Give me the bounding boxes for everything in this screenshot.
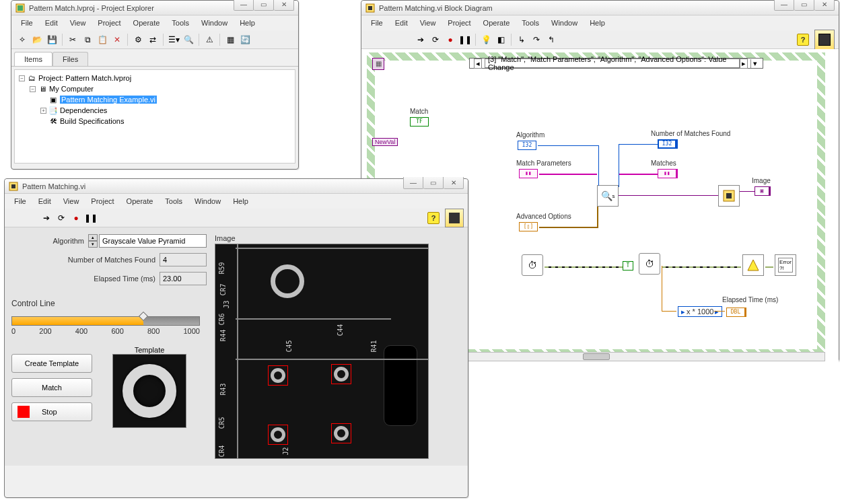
case-prev-icon[interactable]: ◂ bbox=[474, 59, 482, 69]
display-subvi[interactable] bbox=[718, 185, 740, 207]
abort-button[interactable]: ● bbox=[444, 33, 457, 46]
menu-help[interactable]: Help bbox=[584, 17, 610, 29]
step-over-button[interactable]: ↷ bbox=[530, 33, 543, 46]
merge-errors-node[interactable] bbox=[742, 254, 764, 276]
menu-window[interactable]: Window bbox=[546, 17, 583, 29]
tree-my-computer[interactable]: My Computer bbox=[49, 85, 94, 93]
menu-edit[interactable]: Edit bbox=[390, 17, 413, 29]
tree-dependencies[interactable]: Dependencies bbox=[60, 106, 107, 114]
new-icon[interactable]: ✧ bbox=[15, 33, 29, 46]
case-next-icon[interactable]: ▸ bbox=[740, 59, 748, 69]
match-control-label: Match bbox=[410, 108, 428, 115]
maximize-button[interactable]: ▭ bbox=[254, 0, 274, 11]
menu-edit[interactable]: Edit bbox=[40, 17, 63, 29]
match-button[interactable]: Match bbox=[11, 378, 92, 397]
run-button[interactable]: ➔ bbox=[414, 33, 427, 46]
retain-wire-button[interactable]: ◧ bbox=[494, 33, 507, 46]
menu-tools[interactable]: Tools bbox=[516, 17, 545, 29]
run-button[interactable]: ➔ bbox=[40, 211, 53, 225]
error-handler-node[interactable]: Error?! bbox=[775, 254, 796, 276]
menu-help[interactable]: Help bbox=[234, 17, 260, 29]
vi-icon-pane[interactable] bbox=[445, 209, 464, 227]
menu-window[interactable]: Window bbox=[189, 195, 226, 207]
menu-operate[interactable]: Operate bbox=[121, 195, 159, 207]
save-icon[interactable]: 💾 bbox=[45, 33, 59, 46]
timer-start-node[interactable]: ⏱ bbox=[522, 254, 543, 276]
timer-elapsed-node[interactable]: ⏱ bbox=[639, 253, 660, 275]
algo-dec-button[interactable]: ▾ bbox=[88, 241, 98, 248]
stop-button[interactable]: Stop bbox=[11, 402, 92, 421]
menu-project[interactable]: Project bbox=[85, 195, 119, 207]
run-continuous-button[interactable]: ⟳ bbox=[429, 33, 442, 46]
minimize-button[interactable]: — bbox=[774, 0, 794, 11]
menu-bar: File Edit View Project Operate Tools Win… bbox=[5, 194, 468, 209]
expander-icon[interactable]: + bbox=[40, 108, 46, 114]
context-help-button[interactable]: ? bbox=[797, 34, 809, 46]
props-icon[interactable]: ☰▾ bbox=[167, 33, 180, 46]
event-newval-term: NewVal bbox=[372, 138, 398, 146]
tree-item-selected[interactable]: Pattern Matching Example.vi bbox=[60, 96, 157, 104]
build-icon[interactable]: ⚙ bbox=[131, 33, 145, 46]
case-dropdown-icon[interactable]: ▾ bbox=[750, 59, 759, 68]
maximize-button[interactable]: ▭ bbox=[423, 177, 444, 189]
matches-indicator: 4 bbox=[160, 253, 207, 266]
menu-file[interactable]: File bbox=[9, 195, 32, 207]
cut-icon[interactable]: ✂ bbox=[66, 33, 79, 46]
menu-tools[interactable]: Tools bbox=[160, 195, 188, 207]
find-icon[interactable]: 🔍 bbox=[182, 33, 195, 46]
pause-button[interactable]: ❚❚ bbox=[84, 211, 98, 225]
menu-tools[interactable]: Tools bbox=[166, 17, 195, 29]
minimize-button[interactable]: — bbox=[234, 0, 254, 11]
tab-files[interactable]: Files bbox=[52, 52, 88, 66]
expander-icon[interactable]: − bbox=[30, 86, 36, 92]
image-display[interactable]: R59 CR7 J3 CR6 R44 R43 CR5 CR4 C45 C44 R… bbox=[215, 244, 429, 459]
step-out-button[interactable]: ↰ bbox=[545, 33, 558, 46]
maximize-button[interactable]: ▭ bbox=[794, 0, 814, 11]
context-help-button[interactable]: ? bbox=[427, 212, 440, 224]
expr-node[interactable]: ▸x * 1000▸ bbox=[678, 306, 722, 317]
close-button[interactable]: ✕ bbox=[814, 0, 835, 11]
filter-icon[interactable]: ▦ bbox=[223, 33, 237, 46]
menu-operate[interactable]: Operate bbox=[478, 17, 516, 29]
menu-operate[interactable]: Operate bbox=[128, 17, 166, 29]
menu-view[interactable]: View bbox=[58, 195, 85, 207]
tree-build-spec[interactable]: Build Specifications bbox=[60, 117, 124, 125]
highlight-exec-button[interactable]: 💡 bbox=[479, 33, 493, 46]
event-case-selector[interactable]: ◂ [3] "Match", "Match Parameters", "Algo… bbox=[469, 58, 763, 69]
menu-edit[interactable]: Edit bbox=[33, 195, 57, 207]
abort-button[interactable]: ● bbox=[69, 211, 83, 225]
tab-items[interactable]: Items bbox=[14, 52, 52, 66]
tree-project-root[interactable]: Project: Pattern Match.lvproj bbox=[38, 74, 131, 82]
delete-icon[interactable]: ✕ bbox=[110, 33, 124, 46]
close-button[interactable]: ✕ bbox=[444, 177, 464, 189]
project-tree[interactable]: −🗂Project: Pattern Match.lvproj −🖥My Com… bbox=[14, 69, 295, 164]
create-template-button[interactable]: Create Template bbox=[11, 354, 92, 373]
menu-help[interactable]: Help bbox=[227, 195, 254, 207]
refresh-icon[interactable]: 🔄 bbox=[238, 33, 252, 46]
adv-opts-term: [▯] bbox=[519, 222, 538, 231]
algorithm-select[interactable]: Grayscale Value Pyramid bbox=[99, 234, 207, 248]
resolve-icon[interactable]: ⇄ bbox=[146, 33, 160, 46]
control-line-slider[interactable] bbox=[11, 316, 200, 326]
pattern-match-subvi[interactable]: 🔍s bbox=[597, 185, 619, 207]
vi-icon-pane[interactable] bbox=[814, 30, 835, 50]
menu-file[interactable]: File bbox=[15, 17, 38, 29]
menu-view[interactable]: View bbox=[65, 17, 92, 29]
menu-file[interactable]: File bbox=[365, 17, 388, 29]
pause-button[interactable]: ❚❚ bbox=[458, 33, 472, 46]
close-button[interactable]: ✕ bbox=[274, 0, 294, 11]
copy-icon[interactable]: ⧉ bbox=[81, 33, 94, 46]
menu-project[interactable]: Project bbox=[92, 17, 126, 29]
menu-view[interactable]: View bbox=[415, 17, 442, 29]
menu-project[interactable]: Project bbox=[442, 17, 476, 29]
menu-window[interactable]: Window bbox=[196, 17, 233, 29]
minimize-button[interactable]: — bbox=[403, 177, 423, 189]
step-into-button[interactable]: ↳ bbox=[515, 33, 528, 46]
vi-icon bbox=[8, 181, 19, 192]
warning-icon[interactable]: ⚠ bbox=[203, 33, 216, 46]
run-continuous-button[interactable]: ⟳ bbox=[55, 211, 68, 225]
expander-icon[interactable]: − bbox=[19, 75, 25, 81]
open-icon[interactable]: 📂 bbox=[30, 33, 44, 46]
algo-inc-button[interactable]: ▴ bbox=[88, 234, 98, 241]
paste-icon[interactable]: 📋 bbox=[96, 33, 109, 46]
